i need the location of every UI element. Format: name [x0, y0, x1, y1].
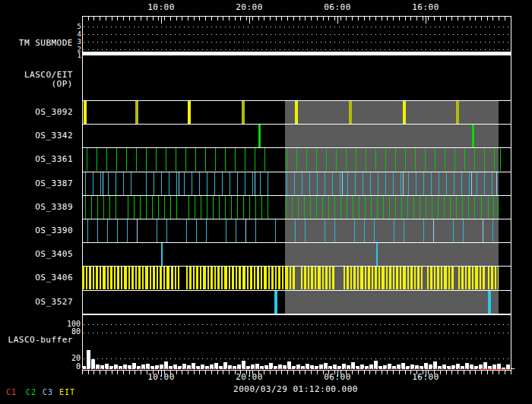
event-tick — [126, 148, 127, 171]
row-separator-line — [82, 242, 511, 243]
event-bar — [217, 267, 220, 289]
time-minor-tick — [440, 17, 441, 21]
time-minor-tick — [387, 17, 388, 21]
event-tick — [304, 196, 305, 219]
event-tick — [176, 148, 176, 171]
time-minor-tick — [112, 371, 112, 374]
event-bar — [308, 267, 309, 289]
event-bar — [437, 267, 439, 289]
time-minor-tick — [223, 17, 223, 21]
time-minor-tick — [405, 17, 406, 21]
event-tick — [225, 196, 226, 219]
time-minor-tick — [470, 371, 470, 374]
event-tick — [370, 172, 371, 195]
event-tick — [109, 196, 110, 219]
event-tick — [401, 172, 401, 195]
event-bar — [325, 267, 328, 289]
event-tick — [477, 172, 477, 195]
time-minor-tick — [217, 17, 218, 21]
tm-submode-value-bar — [82, 52, 511, 55]
event-bar — [458, 267, 460, 289]
row-label: OS_3390 — [5, 226, 73, 235]
event-tick — [492, 219, 493, 242]
event-tick — [205, 148, 206, 171]
event-bar — [357, 267, 359, 289]
time-minor-tick — [410, 17, 411, 21]
event-tick — [215, 148, 216, 171]
event-tick — [481, 196, 482, 219]
buffer-scale-label: 20 — [61, 355, 81, 362]
event-tick-light — [471, 172, 472, 195]
time-label-bottom: 20:00 — [236, 373, 263, 382]
event-tick — [374, 219, 375, 242]
event-tick — [354, 219, 355, 242]
event-tick — [355, 172, 356, 195]
event-bar — [451, 267, 454, 289]
event-bar — [315, 267, 316, 289]
event-bar — [448, 267, 450, 289]
event-tick-light — [103, 172, 103, 195]
event-bar — [434, 267, 435, 289]
event-bar — [472, 267, 473, 289]
event-tick — [237, 196, 238, 219]
event-tick — [395, 196, 396, 219]
time-minor-tick — [82, 17, 83, 21]
time-minor-tick — [505, 17, 505, 21]
event-tick — [230, 172, 230, 195]
buffer-sample — [87, 350, 90, 369]
time-minor-tick — [410, 371, 411, 374]
time-minor-tick — [170, 17, 171, 21]
event-bar — [295, 101, 298, 124]
event-bar — [203, 267, 206, 289]
event-bar — [475, 267, 478, 289]
event-bar — [193, 267, 195, 289]
event-bar — [224, 267, 227, 289]
event-tick — [469, 172, 470, 195]
event-tick — [186, 219, 187, 242]
row-label: OS_3527 — [5, 298, 73, 307]
event-tick — [258, 125, 261, 147]
event-tick — [97, 219, 98, 242]
time-label-top: 16:00 — [412, 3, 439, 12]
event-bar — [353, 267, 356, 289]
event-tick — [156, 148, 157, 171]
event-bar — [207, 267, 209, 289]
time-minor-tick — [475, 17, 476, 21]
event-tick — [395, 148, 396, 171]
time-minor-tick — [240, 17, 241, 21]
buffer-grid-line — [84, 324, 510, 325]
event-tick — [214, 172, 215, 195]
event-tick — [275, 219, 276, 242]
event-bar — [417, 267, 420, 289]
event-tick — [316, 196, 317, 219]
time-minor-tick — [481, 17, 482, 21]
event-tick — [243, 196, 244, 219]
event-bar — [114, 267, 116, 289]
event-bar — [382, 267, 385, 289]
event-bar — [110, 267, 112, 289]
event-bar — [332, 267, 334, 289]
event-tick — [446, 172, 447, 195]
time-minor-tick — [340, 17, 341, 21]
event-tick-light — [496, 172, 497, 195]
event-bar — [145, 267, 148, 289]
time-minor-tick — [147, 17, 147, 21]
event-tick — [97, 196, 98, 219]
event-tick — [317, 172, 318, 195]
tm-grid-line — [84, 34, 510, 35]
time-minor-tick — [393, 371, 394, 374]
event-tick — [488, 196, 489, 219]
time-label-top: 10:00 — [147, 3, 175, 12]
event-bar — [188, 101, 191, 124]
event-tick — [325, 172, 325, 195]
time-minor-tick — [229, 371, 230, 374]
event-bar — [196, 267, 198, 289]
event-tick — [185, 148, 186, 171]
time-minor-tick — [176, 17, 177, 21]
event-bar — [271, 267, 274, 289]
event-tick — [255, 148, 255, 171]
event-bar — [257, 267, 259, 289]
tm-grid-line — [84, 27, 510, 27]
event-tick — [474, 196, 475, 219]
event-tick — [287, 172, 287, 195]
